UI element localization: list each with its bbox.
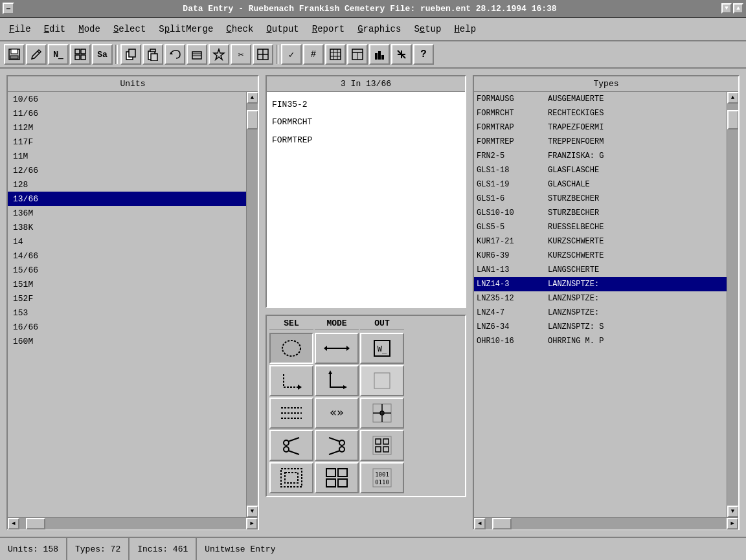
types-hscroll-right[interactable]: ► bbox=[727, 518, 738, 530]
units-list-item[interactable]: 10/66 bbox=[8, 92, 246, 106]
units-list-item[interactable]: 14/66 bbox=[8, 249, 246, 263]
toolbar-box[interactable] bbox=[186, 44, 207, 65]
types-list-item[interactable]: KUR17-21KURZSCHWERTE bbox=[474, 234, 727, 249]
units-list-item[interactable]: 16/66 bbox=[8, 320, 246, 334]
types-scroll-thumb[interactable] bbox=[727, 110, 739, 129]
units-hscrollbar[interactable]: ◄ ► bbox=[8, 517, 258, 529]
types-list-item[interactable]: KUR6-39KURZSCHWERTE bbox=[474, 249, 727, 263]
types-list-item[interactable]: FORMTREPTREPPENFOERM bbox=[474, 135, 727, 149]
mode-blocks-btn[interactable] bbox=[315, 462, 359, 493]
toolbar-copy[interactable] bbox=[120, 44, 141, 65]
types-scroll-up[interactable]: ▲ bbox=[727, 92, 739, 104]
menu-graphics[interactable]: Graphics bbox=[351, 21, 407, 37]
units-scroll-down[interactable]: ▼ bbox=[247, 506, 258, 517]
types-scroll-track[interactable] bbox=[727, 104, 739, 506]
toolbar-save[interactable] bbox=[4, 44, 25, 65]
sel-circle-btn[interactable] bbox=[269, 333, 313, 364]
toolbar-tools[interactable] bbox=[391, 44, 412, 65]
types-list-item[interactable]: LNZ4-7LANZNSPTZE: bbox=[474, 306, 727, 320]
menu-select[interactable]: Select bbox=[107, 21, 152, 37]
menu-file[interactable]: File bbox=[3, 21, 38, 37]
out-binary-btn[interactable]: 1001 0110 bbox=[360, 462, 404, 493]
toolbar-hash[interactable]: # bbox=[303, 44, 324, 65]
out-icon-btn[interactable]: W̲ bbox=[360, 333, 404, 364]
types-hscroll-left[interactable]: ◄ bbox=[474, 518, 486, 530]
types-list-item[interactable]: GLS5-5RUESSELBECHE bbox=[474, 220, 727, 234]
toolbar-star[interactable] bbox=[209, 44, 229, 65]
units-list-item[interactable]: 117F bbox=[8, 135, 246, 149]
types-list-item[interactable]: OHR10-16OHRRING M. P bbox=[474, 334, 727, 348]
units-list-item[interactable]: 136M bbox=[8, 206, 246, 220]
units-list-item[interactable]: 14 bbox=[8, 234, 246, 249]
units-list-item[interactable]: 128 bbox=[8, 177, 246, 192]
units-list-item[interactable]: 138K bbox=[8, 220, 246, 234]
units-hscroll-right[interactable]: ► bbox=[246, 518, 258, 530]
menu-output[interactable]: Output bbox=[260, 21, 305, 37]
mode-lr-btn[interactable] bbox=[315, 333, 359, 364]
types-list-item[interactable]: LAN1-13LANGSCHERTE bbox=[474, 263, 727, 277]
toolbar-table[interactable] bbox=[347, 44, 368, 65]
types-scroll-down[interactable]: ▼ bbox=[727, 506, 739, 517]
types-list-item[interactable]: FRN2-5FRANZISKA: G bbox=[474, 149, 727, 163]
out-block-btn[interactable] bbox=[360, 430, 404, 461]
types-list-item[interactable]: GLS1-6STURZBECHER bbox=[474, 192, 727, 206]
types-list-item[interactable]: GLS10-10STURZBECHER bbox=[474, 206, 727, 220]
menu-setup[interactable]: Setup bbox=[407, 21, 447, 37]
types-list-item[interactable]: FORMAUSGAUSGEMAUERTE bbox=[474, 92, 727, 106]
toolbar-cut[interactable]: ✂ bbox=[231, 44, 251, 65]
units-list-item[interactable]: 152F bbox=[8, 291, 246, 306]
system-menu-button[interactable]: — bbox=[3, 3, 14, 14]
units-list-item[interactable]: 112M bbox=[8, 120, 246, 135]
mode-skip-btn[interactable]: «» bbox=[315, 398, 359, 429]
out-empty-btn[interactable] bbox=[360, 365, 404, 396]
types-list-item[interactable]: FORMTRAPTRAPEZFOERMI bbox=[474, 120, 727, 135]
minimize-button[interactable]: ▼ bbox=[721, 3, 732, 14]
toolbar-merge[interactable] bbox=[253, 44, 273, 65]
toolbar-grid[interactable] bbox=[70, 44, 91, 65]
menu-report[interactable]: Report bbox=[306, 21, 351, 37]
types-list-item[interactable]: LNZ14-3LANZNSPTZE: bbox=[474, 277, 727, 291]
toolbar-help[interactable]: ? bbox=[413, 44, 434, 65]
toolbar-undo[interactable] bbox=[164, 44, 185, 65]
maximize-button[interactable]: ▲ bbox=[733, 3, 743, 14]
types-list-item[interactable]: LNZ35-12LANZNSPTZE: bbox=[474, 291, 727, 306]
units-scrollbar[interactable]: ▲ ▼ bbox=[246, 92, 258, 517]
sel-lshape-btn[interactable] bbox=[269, 365, 313, 396]
types-list-item[interactable]: GLS1-19GLASCHALE bbox=[474, 177, 727, 192]
menu-splitmerge[interactable]: SplitMerge bbox=[152, 21, 220, 37]
toolbar-new[interactable]: N̲ bbox=[48, 44, 69, 65]
menu-mode[interactable]: Mode bbox=[72, 21, 107, 37]
sel-nested-btn[interactable] bbox=[269, 462, 313, 493]
types-list-item[interactable]: LNZ6-34LANZNSPTZ: S bbox=[474, 320, 727, 334]
types-hscroll-thumb[interactable] bbox=[492, 518, 512, 530]
units-scroll-thumb[interactable] bbox=[247, 110, 258, 129]
toolbar-grid2[interactable] bbox=[325, 44, 346, 65]
units-list-item[interactable]: 151M bbox=[8, 277, 246, 291]
toolbar-check[interactable]: ✓ bbox=[281, 44, 302, 65]
units-list-item[interactable]: 12/66 bbox=[8, 163, 246, 177]
units-scroll-track[interactable] bbox=[247, 104, 258, 506]
types-scrollbar[interactable]: ▲ ▼ bbox=[727, 92, 738, 517]
toolbar-paste[interactable] bbox=[142, 44, 163, 65]
sel-lines-btn[interactable] bbox=[269, 398, 313, 429]
menu-edit[interactable]: Edit bbox=[38, 21, 73, 37]
units-hscroll-track[interactable] bbox=[19, 518, 246, 530]
units-list-item[interactable]: 11/66 bbox=[8, 106, 246, 120]
units-hscroll-thumb[interactable] bbox=[26, 518, 45, 530]
types-list-item[interactable]: FORMRCHTRECHTECKIGES bbox=[474, 106, 727, 120]
menu-help[interactable]: Help bbox=[447, 21, 482, 37]
toolbar-edit[interactable] bbox=[26, 44, 47, 65]
types-hscroll-track[interactable] bbox=[486, 518, 727, 530]
units-hscroll-left[interactable]: ◄ bbox=[8, 518, 19, 530]
menu-check[interactable]: Check bbox=[220, 21, 260, 37]
units-list-item[interactable]: 153 bbox=[8, 306, 246, 320]
units-list-item[interactable]: 13/66 bbox=[8, 192, 246, 206]
out-crosshair-btn[interactable] bbox=[360, 398, 404, 429]
types-hscrollbar[interactable]: ◄ ► bbox=[474, 517, 738, 529]
units-scroll-up[interactable]: ▲ bbox=[247, 92, 258, 104]
mode-corners-btn[interactable] bbox=[315, 365, 359, 396]
units-list-item[interactable]: 160M bbox=[8, 334, 246, 348]
units-list-item[interactable]: 11M bbox=[8, 149, 246, 163]
units-list-item[interactable]: 15/66 bbox=[8, 263, 246, 277]
toolbar-sa[interactable]: Sa bbox=[92, 44, 113, 65]
